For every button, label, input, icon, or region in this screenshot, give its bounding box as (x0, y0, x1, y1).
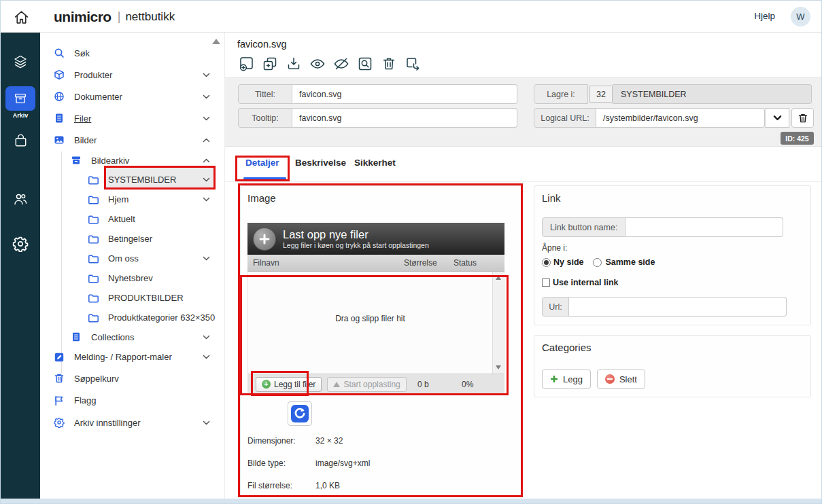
nav-item-sok[interactable]: Søk (40, 42, 224, 64)
rail-archive-button-active[interactable] (5, 86, 35, 111)
chevron-down-icon[interactable] (202, 254, 211, 263)
move-button[interactable] (404, 55, 422, 73)
logical-url-input[interactable]: /systembilder/favicon.svg (596, 108, 765, 128)
users-icon (12, 191, 29, 207)
preview-button[interactable] (356, 55, 374, 73)
download-button[interactable] (285, 55, 303, 73)
title-input[interactable]: favicon.svg (292, 84, 517, 104)
nav-item-hjem[interactable]: Hjem (40, 190, 224, 209)
chevron-down-icon[interactable] (202, 333, 211, 342)
help-link[interactable]: Hjelp (754, 11, 775, 21)
brand-divider: | (118, 10, 121, 24)
rail-users-button[interactable] (1, 191, 40, 207)
rail-shop-button[interactable] (1, 133, 40, 149)
chevron-up-icon[interactable] (202, 136, 211, 145)
use-internal-link-label[interactable]: Use internal link (553, 278, 619, 287)
duplicate-button[interactable] (261, 55, 279, 73)
dropzone[interactable]: Dra og slipp filer hit (247, 272, 504, 374)
add-image-button[interactable] (237, 55, 255, 73)
nav-item-bilder[interactable]: Bilder (40, 129, 224, 151)
nav-item-aktuelt[interactable]: Aktuelt (40, 209, 224, 229)
dropzone-scrollbar[interactable] (492, 272, 504, 374)
detail-row: Bilde type: image/svg+xml (247, 457, 451, 469)
chevron-down-icon[interactable] (202, 353, 211, 361)
chevron-down-icon[interactable] (202, 92, 211, 101)
chevron-down-icon (772, 113, 783, 123)
file-toolbar (237, 55, 422, 73)
rail-settings-button[interactable] (1, 236, 40, 252)
chevron-down-icon[interactable] (202, 114, 211, 123)
nav-item-dokumenter[interactable]: Dokumenter (40, 86, 224, 107)
folder-icon (88, 312, 99, 323)
nav-item-betingelser[interactable]: Betingelser (40, 229, 224, 249)
folder-icon (88, 214, 99, 225)
nav-item-systembilder[interactable]: SYSTEMBILDER (40, 170, 224, 190)
nav-item-flagg[interactable]: Flagg (40, 389, 224, 412)
delete-button[interactable] (380, 55, 398, 73)
nav-item-produkter[interactable]: Produkter (40, 64, 224, 86)
detail-value: image/svg+xml (315, 457, 370, 469)
search-icon (54, 48, 65, 58)
file-uploader: Last opp nye filer Legg filer i køen og … (247, 223, 504, 394)
user-avatar[interactable]: W (791, 7, 810, 26)
duplicate-icon (262, 56, 278, 72)
tab-beskrivelse[interactable]: Beskrivelse (295, 158, 346, 168)
radio-ny-side[interactable] (542, 258, 551, 267)
radio-samme-side-label[interactable]: Samme side (605, 257, 655, 267)
tab-detaljer[interactable]: Detaljer (245, 158, 279, 168)
folder-icon (88, 293, 99, 304)
link-panel: Link Link button name: Åpne i: Ny side S… (534, 185, 811, 325)
nav-item-collections[interactable]: Collections (40, 327, 224, 346)
nav-item-om-oss[interactable]: Om oss (40, 249, 224, 268)
logical-url-dropdown-button[interactable] (765, 108, 789, 128)
use-internal-link-checkbox[interactable] (542, 278, 550, 287)
hide-button[interactable] (332, 55, 350, 73)
chevron-down-icon[interactable] (202, 418, 211, 427)
dropzone-text: Dra og slipp filer hit (248, 314, 492, 323)
add-files-button[interactable]: +Legg til filer (256, 377, 322, 392)
eye-off-icon (333, 56, 349, 72)
rail-archive-label: Arkiv (1, 112, 40, 119)
collection-icon (71, 331, 82, 342)
scroll-up-arrow[interactable] (496, 276, 501, 280)
nav-item-bildearkiv[interactable]: Bildearkiv (40, 151, 224, 170)
link-panel-heading: Link (542, 192, 561, 204)
radio-samme-side[interactable] (593, 258, 602, 267)
archive-icon (13, 91, 28, 106)
nav-item-soppelkurv[interactable]: Søppelkurv (40, 367, 224, 389)
start-upload-button[interactable]: Start opplasting (327, 377, 406, 392)
top-header: unimicro | nettbutikk Hjelp W (1, 1, 822, 33)
tab-sikkerhet[interactable]: Sikkerhet (354, 158, 396, 168)
chevron-down-icon[interactable] (202, 195, 211, 204)
logical-url-label: Logical URL: (534, 108, 596, 128)
nav-item-produktkategorier[interactable]: Produktkategorier 632×350 (40, 308, 224, 327)
detail-value: 1,0 KB (315, 480, 340, 492)
chevron-down-icon[interactable] (202, 71, 211, 79)
layers-icon (12, 54, 29, 70)
home-button[interactable] (12, 7, 31, 26)
tooltip-input[interactable]: favicon.svg (292, 108, 517, 128)
link-name-input[interactable] (626, 217, 783, 237)
category-delete-button[interactable]: Slett (597, 370, 645, 389)
logical-url-delete-button[interactable] (791, 108, 814, 128)
nav-item-filer[interactable]: Filer (40, 107, 224, 129)
rail-layers-button[interactable] (1, 54, 40, 70)
nav-item-nyhetsbrev[interactable]: Nyhetsbrev (40, 268, 224, 288)
scroll-down-arrow[interactable] (496, 365, 501, 370)
nav-item-arkiv-innstillinger[interactable]: Arkiv innstillinger (40, 412, 224, 433)
nav-item-melding-rapport-maler[interactable]: Melding- / Rapport-maler (40, 346, 224, 367)
radio-ny-side-label[interactable]: Ny side (553, 257, 583, 267)
chevron-down-icon[interactable] (202, 175, 211, 184)
logical-url-group: Logical URL: /systembilder/favicon.svg (534, 108, 789, 128)
show-button[interactable] (309, 55, 326, 73)
column-filnavn: Filnavn (253, 258, 279, 268)
url-input[interactable] (569, 297, 787, 317)
link-name-label: Link button name: (542, 217, 626, 237)
preview-icon (357, 56, 373, 72)
chevron-up-icon[interactable] (202, 156, 211, 165)
nav-item-produktbilder[interactable]: PRODUKTBILDER (40, 288, 224, 308)
uploader-title: Last opp nye filer (283, 228, 429, 241)
queue-total-size: 0 b (417, 380, 429, 389)
category-add-button[interactable]: Legg (542, 370, 591, 389)
icon-rail: Arkiv (1, 33, 40, 500)
